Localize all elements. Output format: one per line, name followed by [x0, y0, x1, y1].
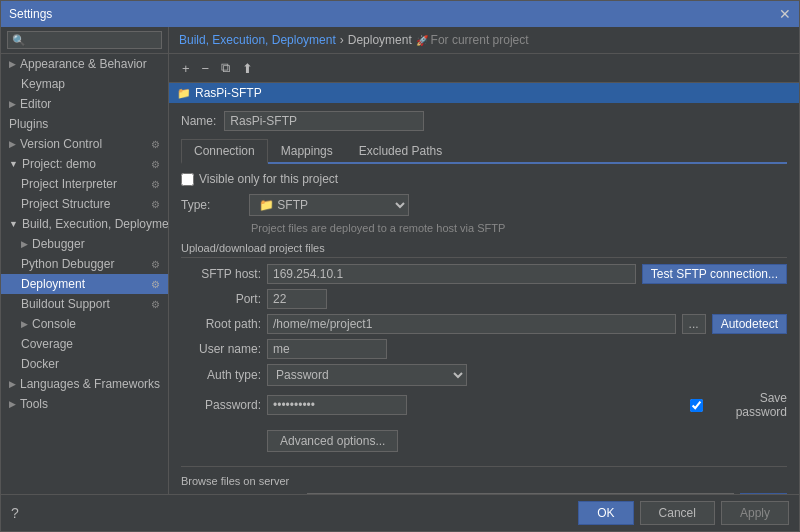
auth-type-select[interactable]: Password Key pair OpenSSH config: [267, 364, 467, 386]
dialog-title: Settings: [9, 7, 52, 21]
settings-dialog: Settings ✕ ▶ Appearance & Behavior Keyma…: [0, 0, 800, 532]
visible-only-checkbox[interactable]: [181, 173, 194, 186]
advanced-options-button[interactable]: Advanced options...: [267, 430, 398, 452]
name-row: Name:: [181, 111, 787, 131]
deployment-form: Name: Connection Mappings Excluded Paths: [169, 103, 799, 494]
tabs: Connection Mappings Excluded Paths: [181, 139, 787, 164]
chevron-right-icon: ▶: [9, 59, 16, 69]
sidebar-item-lang-frameworks[interactable]: ▶ Languages & Frameworks: [1, 374, 168, 394]
root-path-label: Root path:: [181, 317, 261, 331]
browse-section: Browse files on server Web server root U…: [181, 466, 787, 494]
sidebar-item-tools[interactable]: ▶ Tools: [1, 394, 168, 414]
connection-form: Visible only for this project Type: 📁 SF…: [181, 172, 787, 494]
cancel-button[interactable]: Cancel: [640, 501, 715, 525]
type-label: Type:: [181, 198, 241, 212]
settings-icon: ⚙: [151, 139, 160, 150]
save-password-checkbox[interactable]: [690, 399, 703, 412]
ok-button[interactable]: OK: [578, 501, 633, 525]
sidebar-item-project-demo[interactable]: ▼ Project: demo ⚙: [1, 154, 168, 174]
chevron-right-icon: ▶: [9, 399, 16, 409]
chevron-right-icon: ▶: [21, 239, 28, 249]
type-description: Project files are deployed to a remote h…: [181, 222, 787, 234]
root-path-row: Root path: ... Autodetect: [181, 314, 787, 334]
save-password-label: Save password: [707, 391, 787, 419]
sidebar-item-editor[interactable]: ▶ Editor: [1, 94, 168, 114]
title-bar: Settings ✕: [1, 1, 799, 27]
sidebar-item-console[interactable]: ▶ Console: [1, 314, 168, 334]
type-select[interactable]: 📁 SFTP: [249, 194, 409, 216]
sidebar-item-docker[interactable]: Docker: [1, 354, 168, 374]
test-sftp-button[interactable]: Test SFTP connection...: [642, 264, 787, 284]
username-row: User name:: [181, 339, 787, 359]
port-label: Port:: [181, 292, 261, 306]
settings-icon: ⚙: [151, 299, 160, 310]
sidebar-item-project-structure[interactable]: Project Structure ⚙: [1, 194, 168, 214]
sftp-host-row: SFTP host: Test SFTP connection...: [181, 264, 787, 284]
save-password-container: Save password: [690, 391, 787, 419]
tab-excluded-paths[interactable]: Excluded Paths: [346, 139, 455, 162]
deployment-panel: + − ⧉ ⬆ 📁 RasPi-SFTP Name:: [169, 54, 799, 494]
password-input[interactable]: [267, 395, 407, 415]
sidebar-item-keymap[interactable]: Keymap: [1, 74, 168, 94]
sidebar-item-version-control[interactable]: ▶ Version Control ⚙: [1, 134, 168, 154]
name-input[interactable]: [224, 111, 424, 131]
sidebar-item-deployment[interactable]: Deployment ⚙: [1, 274, 168, 294]
tab-connection[interactable]: Connection: [181, 139, 268, 164]
breadcrumb-current: Deployment: [348, 33, 412, 47]
visible-only-label: Visible only for this project: [199, 172, 338, 186]
tab-mappings[interactable]: Mappings: [268, 139, 346, 162]
sidebar-item-project-interpreter[interactable]: Project Interpreter ⚙: [1, 174, 168, 194]
password-label: Password:: [181, 398, 261, 412]
sidebar: ▶ Appearance & Behavior Keymap ▶ Editor …: [1, 27, 169, 494]
upload-section-label: Upload/download project files: [181, 242, 787, 258]
chevron-down-icon: ▼: [9, 219, 18, 229]
sidebar-item-debugger[interactable]: ▶ Debugger: [1, 234, 168, 254]
sidebar-item-coverage[interactable]: Coverage: [1, 334, 168, 354]
dialog-body: ▶ Appearance & Behavior Keymap ▶ Editor …: [1, 27, 799, 494]
root-path-input[interactable]: [267, 314, 676, 334]
add-server-button[interactable]: +: [177, 59, 195, 78]
chevron-down-icon: ▼: [9, 159, 18, 169]
remove-server-button[interactable]: −: [197, 59, 215, 78]
sftp-host-input[interactable]: [267, 264, 636, 284]
server-name: RasPi-SFTP: [195, 86, 262, 100]
auth-type-label: Auth type:: [181, 368, 261, 382]
help-button[interactable]: ?: [11, 505, 19, 521]
chevron-right-icon: ▶: [9, 139, 16, 149]
name-label: Name:: [181, 114, 216, 128]
breadcrumb: Build, Execution, Deployment › Deploymen…: [169, 27, 799, 54]
bottom-bar: ? OK Cancel Apply: [1, 494, 799, 531]
sftp-host-label: SFTP host:: [181, 267, 261, 281]
copy-server-button[interactable]: ⧉: [216, 58, 235, 78]
chevron-right-icon: ▶: [21, 319, 28, 329]
browse-root-button[interactable]: ...: [682, 314, 706, 334]
sidebar-item-appearance[interactable]: ▶ Appearance & Behavior: [1, 54, 168, 74]
main-panel: Build, Execution, Deployment › Deploymen…: [169, 27, 799, 494]
settings-icon: ⚙: [151, 259, 160, 270]
apply-button[interactable]: Apply: [721, 501, 789, 525]
breadcrumb-path: Build, Execution, Deployment: [179, 33, 336, 47]
breadcrumb-note: 🚀 For current project: [416, 33, 529, 47]
port-input[interactable]: [267, 289, 327, 309]
sidebar-item-python-debugger[interactable]: Python Debugger ⚙: [1, 254, 168, 274]
type-row: Type: 📁 SFTP: [181, 194, 787, 216]
breadcrumb-separator: ›: [340, 33, 344, 47]
settings-icon: ⚙: [151, 159, 160, 170]
sidebar-search-input[interactable]: [7, 31, 162, 49]
server-list-section: + − ⧉ ⬆ 📁 RasPi-SFTP: [169, 54, 799, 103]
chevron-right-icon: ▶: [9, 379, 16, 389]
sidebar-item-plugins[interactable]: Plugins: [1, 114, 168, 134]
move-server-button[interactable]: ⬆: [237, 59, 258, 78]
username-label: User name:: [181, 342, 261, 356]
sidebar-item-build-exec[interactable]: ▼ Build, Execution, Deployment: [1, 214, 168, 234]
server-toolbar: + − ⧉ ⬆: [169, 54, 799, 83]
username-input[interactable]: [267, 339, 387, 359]
sftp-folder-icon: 📁: [177, 87, 191, 100]
advanced-options-container: Advanced options...: [181, 424, 787, 458]
close-button[interactable]: ✕: [779, 6, 791, 22]
settings-icon: ⚙: [151, 199, 160, 210]
server-entry[interactable]: 📁 RasPi-SFTP: [169, 83, 799, 103]
port-row: Port:: [181, 289, 787, 309]
sidebar-item-buildout-support[interactable]: Buildout Support ⚙: [1, 294, 168, 314]
autodetect-button[interactable]: Autodetect: [712, 314, 787, 334]
